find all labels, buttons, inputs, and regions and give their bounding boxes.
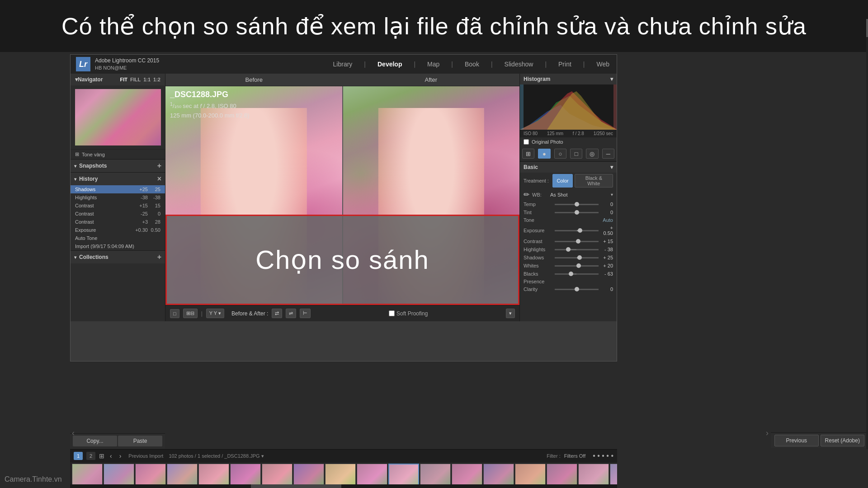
import-label: Previous Import: [128, 453, 163, 459]
page1-btn[interactable]: 1: [74, 452, 83, 460]
thumb-item[interactable]: [610, 464, 617, 487]
thumb-item[interactable]: [452, 464, 482, 487]
filmstrip-scrollbar-thumb[interactable]: [251, 484, 341, 488]
color-btn[interactable]: Color: [552, 174, 572, 188]
original-photo-checkbox[interactable]: [524, 139, 529, 145]
page2-btn[interactable]: 2: [86, 452, 95, 460]
whites-slider[interactable]: [555, 265, 599, 267]
thumb-item-selected[interactable]: [388, 464, 419, 487]
tint-slider[interactable]: [555, 212, 599, 213]
blacks-slider[interactable]: [555, 273, 599, 275]
collections-add-btn[interactable]: +: [157, 253, 161, 261]
history-item[interactable]: Exposure +0.30 0.50: [71, 226, 165, 234]
thumb-item[interactable]: [293, 464, 324, 487]
tone-label: Tone: [524, 217, 603, 223]
crop-btn[interactable]: □: [170, 309, 179, 318]
basic-arrow: ▾: [610, 164, 613, 170]
history-item[interactable]: Contrast +15 15: [71, 202, 165, 210]
copy-btn[interactable]: Copy...: [73, 436, 117, 446]
navigator-title: Navigator: [78, 76, 120, 83]
nav-menu: Library | Develop | Map | Book | Slidesh…: [331, 60, 611, 69]
shadows-slider[interactable]: [555, 257, 599, 258]
thumb-item[interactable]: [420, 464, 451, 487]
highlights-slider[interactable]: [555, 249, 599, 250]
svg-rect-0: [520, 84, 524, 130]
thumb-item[interactable]: [262, 464, 292, 487]
history-close-btn[interactable]: ×: [157, 175, 161, 183]
thumb-item[interactable]: [515, 464, 546, 487]
before-after-headers: Before After: [165, 74, 519, 86]
temp-slider[interactable]: [555, 204, 599, 205]
snapshots-add-btn[interactable]: +: [157, 162, 161, 170]
split-btn[interactable]: ⊢: [300, 309, 311, 318]
nav-print[interactable]: Print: [557, 60, 573, 69]
treat-icon-circle2[interactable]: ◎: [586, 149, 598, 159]
thumb-item[interactable]: [230, 464, 261, 487]
bw-btn[interactable]: Black & White: [575, 174, 613, 188]
contrast-slider[interactable]: [555, 241, 599, 242]
exposure-slider[interactable]: [555, 230, 599, 231]
wb-icon: ✏: [524, 190, 529, 199]
treat-icon-circle[interactable]: ○: [554, 149, 566, 159]
treat-icon-square[interactable]: □: [570, 149, 582, 159]
nav-develop[interactable]: Develop: [376, 60, 404, 69]
nav-book[interactable]: Book: [463, 60, 481, 69]
thumb-item[interactable]: [357, 464, 387, 487]
filmstrip-right-arrow[interactable]: ›: [766, 428, 769, 438]
history-item[interactable]: Shadows +25 25: [71, 185, 165, 193]
history-item[interactable]: Contrast -25 0: [71, 210, 165, 218]
nav-library[interactable]: Library: [331, 60, 354, 69]
thumb-item[interactable]: [483, 464, 514, 487]
mirror-btn[interactable]: ⇌: [286, 309, 296, 318]
right-panel: Histogram ▾: [519, 74, 617, 321]
history-item[interactable]: Highlights -38 -38: [71, 193, 165, 202]
filmstrip-left-arrow[interactable]: ‹: [72, 428, 75, 438]
filmstrip-nav-prev[interactable]: ‹: [108, 452, 114, 460]
history-header[interactable]: ▾ History ×: [71, 173, 165, 185]
filmstrip-dots[interactable]: • • • • •: [593, 452, 613, 460]
history-item-import[interactable]: Import (9/9/17 5:04:09 AM): [71, 242, 165, 250]
clarity-slider[interactable]: [555, 289, 599, 290]
paste-btn[interactable]: Paste: [118, 436, 162, 446]
zoom-fill[interactable]: FILL: [130, 77, 141, 82]
histogram-arrow: ▾: [610, 76, 613, 82]
nav-slideshow[interactable]: Slideshow: [503, 60, 535, 69]
thumb-item[interactable]: [72, 464, 103, 487]
wb-dropdown[interactable]: ▾: [611, 192, 613, 197]
swap-btn[interactable]: ⇄: [272, 309, 282, 318]
top-title-bar: Có thể chọn so sánh để xem lại file đã c…: [0, 0, 868, 52]
yyy-btn[interactable]: Y Y ▾: [206, 309, 224, 318]
filmstrip-scrollbar[interactable]: [70, 484, 617, 488]
grid-icon[interactable]: ⊞: [99, 452, 104, 460]
blacks-label: Blacks: [524, 271, 553, 277]
highlights-label: Highlights: [524, 247, 553, 252]
zoom-1-2[interactable]: 1:2: [153, 77, 160, 82]
nav-web[interactable]: Web: [594, 60, 611, 69]
reset-btn[interactable]: Reset (Adobe): [821, 435, 865, 446]
soft-proofing-checkbox[interactable]: [389, 310, 395, 316]
treat-icon-grid[interactable]: ⊞: [522, 149, 534, 159]
clarity-label: Clarity: [524, 286, 553, 292]
thumb-item[interactable]: [135, 464, 166, 487]
snapshots-header[interactable]: ▾ Snapshots +: [71, 160, 165, 172]
thumb-item[interactable]: [547, 464, 577, 487]
toolbar-right-btn[interactable]: ▾: [506, 309, 515, 318]
history-item[interactable]: Contrast +3 28: [71, 218, 165, 226]
app-info: Adobe Lightroom CC 2015 HB NON@ME: [95, 57, 159, 71]
zoom-1-1[interactable]: 1:1: [143, 77, 151, 82]
thumb-item[interactable]: [104, 464, 134, 487]
nav-map[interactable]: Map: [425, 60, 441, 69]
thumb-item[interactable]: [198, 464, 229, 487]
treat-icon-circle-filled[interactable]: ●: [538, 149, 550, 159]
thumb-item[interactable]: [167, 464, 198, 487]
auto-btn[interactable]: Auto: [603, 217, 613, 223]
view-mode-btn[interactable]: ⊞⊟: [183, 309, 198, 318]
collections-header[interactable]: ▾ Collections +: [71, 251, 165, 263]
filmstrip-nav-next[interactable]: ›: [118, 452, 123, 460]
previous-btn[interactable]: Previous: [774, 435, 819, 446]
history-item[interactable]: Auto Tone: [71, 234, 165, 242]
zoom-fit[interactable]: FIT: [120, 77, 127, 82]
thumb-item[interactable]: [325, 464, 356, 487]
treat-icon-line[interactable]: ─: [602, 149, 614, 159]
thumb-item[interactable]: [578, 464, 609, 487]
